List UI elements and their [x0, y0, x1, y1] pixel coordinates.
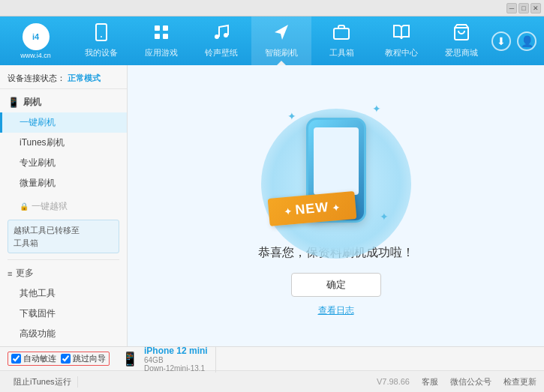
- support-link[interactable]: 客服: [422, 376, 438, 388]
- toolbox-icon: [332, 23, 350, 45]
- sidebar-section-flash: 📱 刷机 一键刷机 iTunes刷机 专业刷机 微量刷机: [0, 89, 127, 196]
- maximize-button[interactable]: □: [518, 3, 529, 13]
- sparkle-1: ✦: [287, 110, 296, 122]
- svg-point-6: [215, 34, 219, 39]
- phone-illustration-wrapper: ✦ ✦ ✦ NEW: [276, 95, 396, 245]
- lock-icon: 🔒: [20, 202, 29, 211]
- smart-flash-icon: [272, 23, 290, 45]
- phone-screen: [314, 127, 359, 195]
- checkbox-group: 自动敏连 跳过向导: [8, 352, 110, 366]
- nav-right: ⬇ 👤: [491, 31, 544, 51]
- titlebar: ─ □ ✕: [0, 0, 544, 16]
- sidebar-more-header: ≡ 更多: [0, 263, 127, 283]
- svg-rect-3: [163, 25, 168, 31]
- svg-rect-5: [163, 34, 168, 39]
- sidebar-item-other-tools[interactable]: 其他工具: [0, 283, 127, 304]
- svg-rect-4: [155, 34, 160, 39]
- sidebar-item-download-firmware[interactable]: 下载固件: [0, 304, 127, 324]
- app-container: i4 www.i4.cn 我的设备 应用游戏 铃声: [0, 16, 544, 392]
- top-nav: i4 www.i4.cn 我的设备 应用游戏 铃声: [0, 16, 544, 65]
- device-section: 📱 iPhone 12 mini 64GB Down-12mini-13.1: [122, 346, 216, 373]
- nav-label-apps-games: 应用游戏: [145, 47, 178, 58]
- via-wizard-input[interactable]: [61, 354, 71, 364]
- main-panel: ✦ ✦ ✦ NEW 恭喜您，保资料刷机成功啦！ 确定 查看日志: [128, 65, 544, 346]
- tutorials-icon: [392, 23, 410, 45]
- svg-point-7: [224, 33, 228, 37]
- minimize-button[interactable]: ─: [506, 3, 517, 13]
- my-device-icon: [92, 23, 110, 45]
- bottom-bottom-row: 阻止iTunes运行 V7.98.66 客服 微信公众号 检查更新: [0, 371, 544, 392]
- nav-item-my-device[interactable]: 我的设备: [71, 16, 131, 65]
- sidebar-flash-label: 刷机: [23, 96, 41, 109]
- more-icon: ≡: [8, 269, 12, 278]
- itunes-status: 阻止iTunes运行: [8, 376, 78, 388]
- nav-item-smart-flash[interactable]: 智能刷机: [251, 16, 311, 65]
- content-area: 设备连接状态： 正常模式 📱 刷机 一键刷机 iTunes刷机 专业刷机 微量刷…: [0, 65, 544, 346]
- logo-text: www.i4.cn: [20, 52, 51, 59]
- apps-games-icon: [152, 23, 170, 45]
- nav-items: 我的设备 应用游戏 铃声壁纸 智能刷机: [71, 16, 491, 65]
- device-phone-icon: 📱: [122, 351, 138, 367]
- download-icon[interactable]: ⬇: [491, 31, 511, 51]
- sidebar-info-box: 越狱工具已转移至 工具箱: [8, 220, 119, 253]
- svg-rect-0: [96, 24, 107, 40]
- phone-illustration: ✦ ✦ ✦ NEW: [276, 95, 396, 245]
- status-bar: 设备连接状态： 正常模式: [0, 70, 127, 89]
- logo-area[interactable]: i4 www.i4.cn: [0, 19, 71, 64]
- sidebar-item-one-key-flash[interactable]: 一键刷机: [0, 112, 127, 133]
- status-value: 正常模式: [68, 73, 101, 82]
- nav-label-tutorials: 教程中心: [385, 47, 418, 58]
- nav-item-toolbox[interactable]: 工具箱: [311, 16, 371, 65]
- sidebar-item-pro-flash[interactable]: 专业刷机: [0, 153, 127, 173]
- sidebar-item-dual-flash[interactable]: 微量刷机: [0, 173, 127, 193]
- device-info: iPhone 12 mini 64GB Down-12mini-13.1: [144, 346, 208, 373]
- nav-label-toolbox: 工具箱: [329, 47, 354, 58]
- back-link[interactable]: 查看日志: [318, 304, 354, 317]
- version-text: V7.98.66: [377, 377, 410, 386]
- auto-connect-checkbox[interactable]: 自动敏连: [11, 353, 56, 364]
- sidebar: 设备连接状态： 正常模式 📱 刷机 一键刷机 iTunes刷机 专业刷机 微量刷…: [0, 65, 128, 346]
- sidebar-item-advanced[interactable]: 高级功能: [0, 324, 127, 344]
- status-label: 设备连接状态：: [8, 73, 65, 82]
- sidebar-item-itunes-flash[interactable]: iTunes刷机: [0, 133, 127, 153]
- nav-item-ringtones[interactable]: 铃声壁纸: [191, 16, 251, 65]
- wechat-link[interactable]: 微信公众号: [450, 376, 491, 388]
- sparkle-3: ✦: [380, 211, 389, 223]
- auto-connect-label: 自动敏连: [23, 353, 56, 364]
- svg-rect-8: [334, 28, 349, 39]
- shop-icon: [452, 23, 470, 45]
- bottom-area: 自动敏连 跳过向导 📱 iPhone 12 mini 64GB Down-12m…: [0, 346, 544, 392]
- via-wizard-label: 跳过向导: [73, 353, 106, 364]
- device-system: Down-12mini-13.1: [144, 364, 208, 373]
- bottom-right: V7.98.66 客服 微信公众号 检查更新: [377, 376, 536, 388]
- more-label: 更多: [16, 267, 34, 280]
- close-button[interactable]: ✕: [530, 3, 541, 13]
- sidebar-item-jailbreak: 🔒 一键越狱: [0, 196, 127, 217]
- flash-header-icon: 📱: [8, 97, 20, 108]
- nav-item-apps-games[interactable]: 应用游戏: [131, 16, 191, 65]
- nav-label-ringtones: 铃声壁纸: [205, 47, 238, 58]
- via-wizard-checkbox[interactable]: 跳过向导: [61, 353, 106, 364]
- bottom-top-row: 自动敏连 跳过向导 📱 iPhone 12 mini 64GB Down-12m…: [0, 347, 544, 371]
- svg-rect-2: [155, 25, 160, 31]
- device-sub: 64GB Down-12mini-13.1: [144, 356, 208, 373]
- nav-label-my-device: 我的设备: [85, 47, 118, 58]
- nav-item-shop[interactable]: 爱思商城: [431, 16, 491, 65]
- ringtones-icon: [212, 23, 230, 45]
- sidebar-section-flash-header: 📱 刷机: [0, 92, 127, 112]
- check-update-link[interactable]: 检查更新: [503, 376, 536, 388]
- sidebar-divider: [8, 259, 119, 260]
- nav-item-tutorials[interactable]: 教程中心: [371, 16, 431, 65]
- device-storage: 64GB: [144, 356, 208, 364]
- device-name: iPhone 12 mini: [144, 346, 208, 356]
- logo-icon: i4: [23, 23, 50, 50]
- sparkle-2: ✦: [372, 103, 381, 115]
- confirm-button[interactable]: 确定: [291, 273, 381, 297]
- auto-connect-input[interactable]: [11, 354, 21, 364]
- nav-label-shop: 爱思商城: [445, 47, 478, 58]
- account-icon[interactable]: 👤: [517, 31, 536, 51]
- nav-label-smart-flash: 智能刷机: [265, 47, 298, 58]
- jailbreak-label: 一键越狱: [32, 200, 68, 213]
